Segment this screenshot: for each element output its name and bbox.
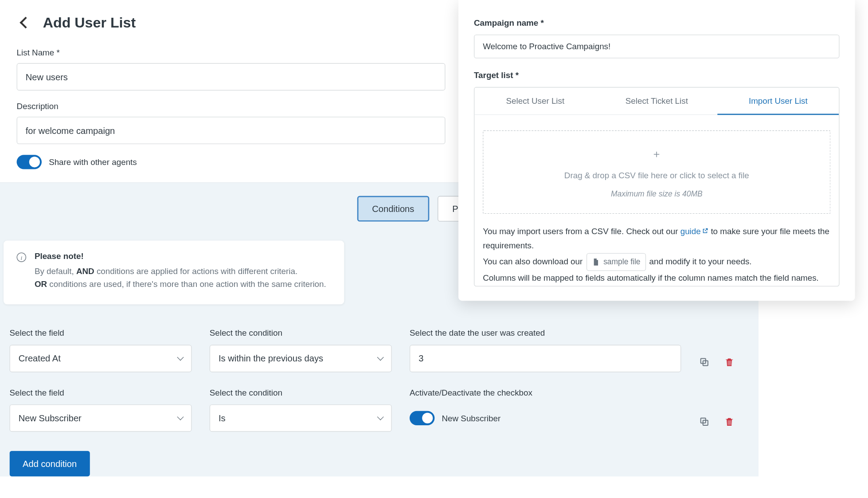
tab-import-user-list[interactable]: Import User List bbox=[717, 87, 839, 115]
campaign-name-input[interactable] bbox=[474, 35, 840, 59]
condition-label: Select the condition bbox=[210, 388, 392, 397]
campaign-name-label: Campaign name * bbox=[474, 18, 840, 27]
condition-select-1[interactable]: Is within the previous days bbox=[210, 345, 392, 372]
campaign-side-panel: Campaign name * Target list * Select Use… bbox=[458, 0, 855, 301]
share-toggle[interactable] bbox=[17, 155, 42, 169]
condition-row: Select the field Created At Select the c… bbox=[9, 328, 745, 372]
condition-row: Select the field New Subscriber Select t… bbox=[9, 388, 745, 431]
plus-icon: ＋ bbox=[651, 146, 662, 161]
import-help-line-1: You may import users from a CSV file. Ch… bbox=[483, 224, 830, 253]
condition-select-2[interactable]: Is bbox=[210, 404, 392, 432]
value-input-1[interactable] bbox=[410, 345, 681, 372]
copy-icon[interactable] bbox=[699, 357, 710, 367]
note-line-2: OR conditions are used, if there's more … bbox=[35, 278, 326, 291]
chevron-down-icon bbox=[177, 413, 184, 420]
guide-link[interactable]: guide bbox=[680, 226, 708, 235]
import-help-line-3: Columns will be mapped to fields automat… bbox=[483, 271, 830, 285]
tab-select-user-list[interactable]: Select User List bbox=[474, 87, 596, 114]
copy-icon[interactable] bbox=[699, 416, 710, 427]
chevron-down-icon bbox=[377, 413, 384, 420]
dropzone-subtext: Maximum file size is 40MB bbox=[611, 189, 703, 198]
field-label: Select the field bbox=[9, 388, 192, 397]
condition-label: Select the condition bbox=[210, 328, 392, 337]
field-select-2[interactable]: New Subscriber bbox=[9, 404, 192, 432]
trash-icon[interactable] bbox=[724, 357, 735, 367]
page-title: Add User List bbox=[43, 14, 136, 31]
sample-file-button[interactable]: sample file bbox=[586, 253, 645, 271]
checkbox-toggle[interactable] bbox=[410, 411, 434, 425]
description-input[interactable] bbox=[17, 117, 446, 144]
note-heading: Please note! bbox=[35, 251, 326, 261]
list-name-input[interactable] bbox=[17, 63, 446, 90]
trash-icon[interactable] bbox=[724, 416, 735, 427]
import-dropzone[interactable]: ＋ Drag & drop a CSV file here or click t… bbox=[483, 130, 830, 214]
add-condition-button[interactable]: Add condition bbox=[9, 451, 90, 476]
chevron-down-icon bbox=[377, 354, 384, 361]
field-select-1[interactable]: Created At bbox=[9, 345, 192, 372]
file-icon bbox=[591, 257, 600, 267]
info-icon: i bbox=[17, 252, 26, 262]
tab-conditions[interactable]: Conditions bbox=[357, 196, 429, 222]
import-help-line-2: You can also download our sample file an… bbox=[483, 253, 830, 271]
checkbox-label: New Subscriber bbox=[442, 413, 501, 423]
note-line-1: By default, AND conditions are applied f… bbox=[35, 264, 326, 278]
value-label-2: Activate/Deactivate the checkbox bbox=[410, 388, 681, 397]
field-label: Select the field bbox=[9, 328, 192, 337]
share-label: Share with other agents bbox=[49, 157, 137, 167]
external-link-icon bbox=[702, 224, 708, 231]
note-box: i Please note! By default, AND condition… bbox=[4, 241, 344, 304]
dropzone-text: Drag & drop a CSV file here or click to … bbox=[564, 170, 749, 179]
chevron-down-icon bbox=[177, 354, 184, 361]
value-label-1: Select the date the user was created bbox=[410, 328, 681, 337]
tab-select-ticket-list[interactable]: Select Ticket List bbox=[596, 87, 717, 114]
back-button[interactable] bbox=[20, 17, 31, 29]
target-list-label: Target list * bbox=[474, 70, 840, 79]
